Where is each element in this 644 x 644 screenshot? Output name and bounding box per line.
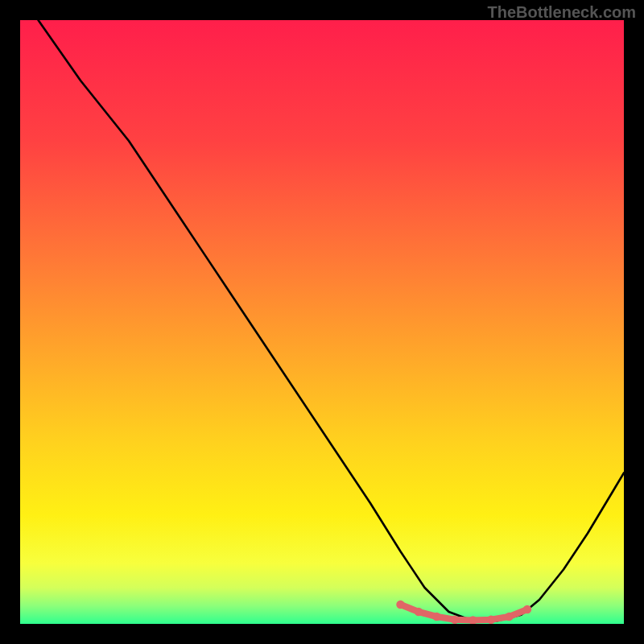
watermark-text: TheBottleneck.com <box>488 3 636 22</box>
marker-dot <box>487 616 496 624</box>
bottleneck-curve <box>39 20 625 621</box>
marker-dot <box>505 613 514 621</box>
marker-dot <box>396 601 405 609</box>
plot-area <box>20 20 624 624</box>
marker-dot <box>415 608 423 617</box>
marker-dot <box>432 613 441 621</box>
marker-dot <box>523 605 532 614</box>
marker-dot <box>451 616 460 624</box>
chart-page: TheBottleneck.com <box>0 0 644 644</box>
curve-layer <box>20 20 624 624</box>
